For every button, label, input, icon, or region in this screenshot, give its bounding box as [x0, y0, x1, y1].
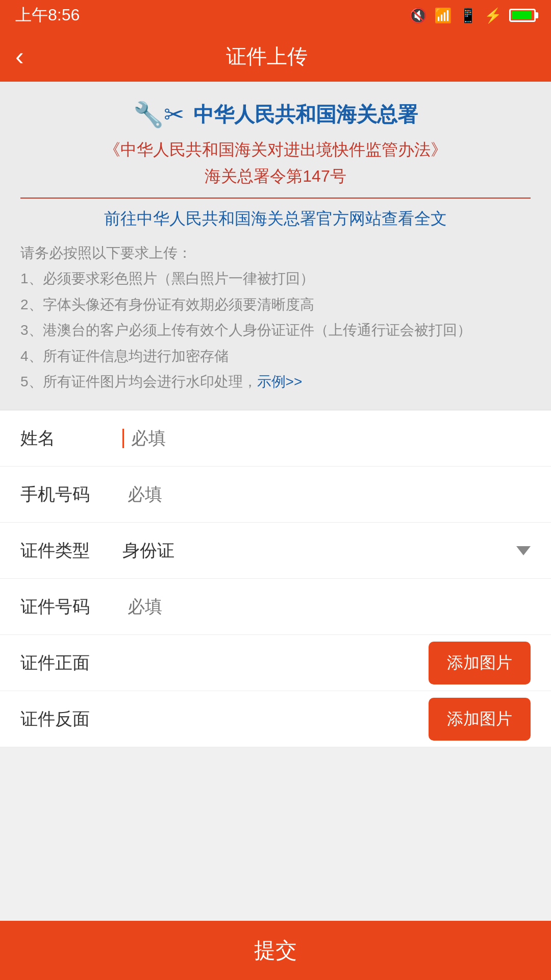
name-label: 姓名: [20, 427, 122, 450]
form-section: 姓名 手机号码 证件类型 身份证 证件号码 证件正面 添加图片 证件反面 添加图…: [0, 410, 551, 747]
cert-no-row: 证件号码: [0, 579, 551, 635]
chevron-down-icon: [516, 546, 531, 555]
phone-input[interactable]: [122, 484, 531, 504]
subtitle-line1: 《中华人民共和国海关对进出境快件监管办法》: [20, 137, 531, 162]
battery-icon: [509, 9, 536, 22]
name-input[interactable]: [126, 428, 531, 448]
logo-row: 🔧✂ 中华人民共和国海关总署: [20, 100, 531, 129]
cert-type-label: 证件类型: [20, 539, 122, 562]
req5: 5、所有证件图片均会进行水印处理，示例>>: [20, 369, 531, 395]
bolt-icon: ⚡: [484, 7, 502, 24]
subtitle-line2: 海关总署令第147号: [20, 164, 531, 188]
name-row: 姓名: [0, 410, 551, 467]
content-spacer: [0, 747, 551, 921]
cert-front-label: 证件正面: [20, 651, 122, 675]
status-time: 上午8:56: [15, 4, 80, 27]
cert-no-input[interactable]: [122, 597, 531, 617]
cert-type-row[interactable]: 证件类型 身份证: [0, 523, 551, 579]
cert-back-row: 证件反面 添加图片: [0, 691, 551, 747]
cert-type-value: 身份证: [122, 539, 511, 562]
mute-icon: 🔇: [409, 7, 427, 24]
phone-row: 手机号码: [0, 467, 551, 523]
status-icons: 🔇 📶 📱 ⚡: [409, 7, 536, 24]
text-cursor: [122, 429, 124, 448]
customs-website-link[interactable]: 前往中华人民共和国海关总署官方网站查看全文: [20, 208, 531, 230]
requirements: 请务必按照以下要求上传： 1、必须要求彩色照片（黑白照片一律被打回） 2、字体头…: [20, 240, 531, 395]
example-link[interactable]: 示例>>: [257, 374, 303, 389]
add-back-image-button[interactable]: 添加图片: [429, 698, 531, 741]
customs-icon: 🔧✂: [133, 100, 184, 129]
phone-label: 手机号码: [20, 483, 122, 506]
cert-back-label: 证件反面: [20, 707, 122, 731]
back-button[interactable]: ‹: [15, 43, 24, 69]
req3: 3、港澳台的客户必须上传有效个人身份证证件（上传通行证会被打回）: [20, 317, 531, 343]
sim-icon: 📱: [459, 7, 477, 24]
header: ‹ 证件上传: [0, 31, 551, 82]
page-title: 证件上传: [34, 42, 500, 70]
info-box: 🔧✂ 中华人民共和国海关总署 《中华人民共和国海关对进出境快件监管办法》 海关总…: [0, 82, 551, 410]
cert-front-row: 证件正面 添加图片: [0, 635, 551, 691]
req2: 2、字体头像还有身份证有效期必须要清晰度高: [20, 292, 531, 317]
logo-title: 中华人民共和国海关总署: [193, 101, 418, 129]
req4: 4、所有证件信息均进行加密存储: [20, 344, 531, 369]
wifi-icon: 📶: [434, 7, 452, 24]
submit-button[interactable]: 提交: [0, 921, 551, 980]
divider: [20, 198, 531, 199]
req1: 1、必须要求彩色照片（黑白照片一律被打回）: [20, 266, 531, 291]
add-front-image-button[interactable]: 添加图片: [429, 642, 531, 684]
status-bar: 上午8:56 🔇 📶 📱 ⚡: [0, 0, 551, 31]
cert-no-label: 证件号码: [20, 595, 122, 619]
req-title: 请务必按照以下要求上传：: [20, 240, 531, 266]
